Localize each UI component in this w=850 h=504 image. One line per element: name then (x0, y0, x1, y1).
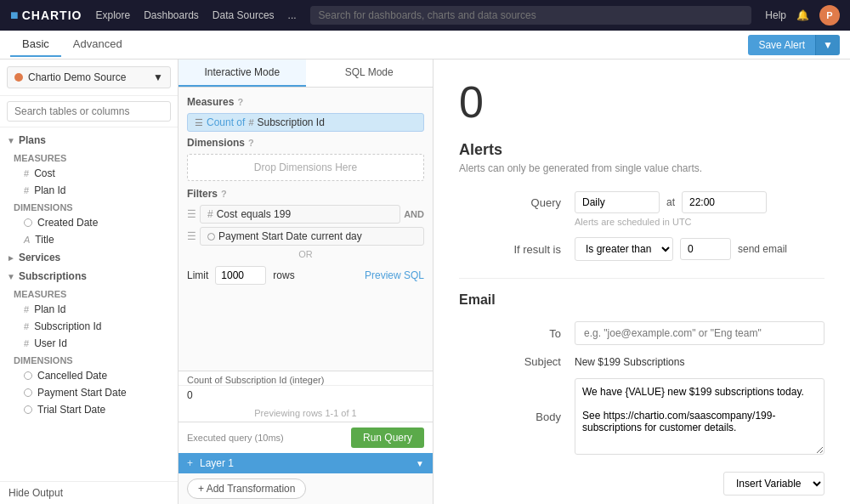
result-area: Count of Subscription Id (integer) 0 Pre… (178, 371, 433, 422)
help-link[interactable]: Help (765, 9, 786, 21)
result-value: 0 (178, 385, 433, 405)
filter-row-1: ☰ # Cost equals 199 AND (187, 205, 424, 224)
layer-add-icon[interactable]: + (187, 457, 193, 469)
list-item[interactable]: #Cost (0, 165, 178, 182)
body-textarea[interactable]: We have {VALUE} new $199 subscriptions t… (575, 378, 824, 455)
item-label: Plan Id (34, 303, 65, 315)
list-item[interactable]: #Plan Id (0, 182, 178, 199)
insert-variable-select[interactable]: Insert Variable (723, 472, 824, 496)
tree-group-plans-header[interactable]: ▼ Plans (0, 131, 178, 150)
divider-1 (459, 278, 824, 279)
tree-area: ▼ Plans Measures #Cost #Plan Id Dimensio… (0, 127, 178, 481)
middle-panel: Interactive Mode SQL Mode Measures ? ☰ C… (178, 59, 434, 504)
save-alert-dropdown[interactable]: ▼ (815, 35, 840, 55)
layer-name: Layer 1 (200, 457, 409, 469)
tree-group-plans: ▼ Plans Measures #Cost #Plan Id Dimensio… (0, 131, 178, 248)
rows-label: rows (273, 269, 294, 281)
list-item[interactable]: #Plan Id (0, 301, 178, 318)
run-query-button[interactable]: Run Query (351, 428, 424, 448)
hash-icon: # (248, 117, 253, 127)
layer-dropdown-arrow[interactable]: ▼ (416, 459, 424, 468)
tab-advanced[interactable]: Advanced (61, 32, 134, 57)
filter-drag-handle[interactable]: ☰ (187, 208, 196, 220)
avatar[interactable]: P (819, 5, 840, 25)
item-label: Payment Start Date (37, 387, 127, 399)
subscriptions-arrow: ▼ (7, 272, 15, 281)
list-item[interactable]: Cancelled Date (0, 367, 178, 384)
tab-sql-mode[interactable]: SQL Mode (306, 59, 434, 87)
query-frequency-select[interactable]: Daily (575, 191, 660, 213)
add-transformation-button[interactable]: + Add Transformation (187, 479, 306, 499)
threshold-input[interactable] (680, 238, 731, 260)
tab-interactive-mode[interactable]: Interactive Mode (178, 59, 306, 87)
measure-field: Subscription Id (258, 116, 325, 128)
dimensions-help-icon[interactable]: ? (248, 138, 254, 148)
source-selector: Chartio Demo Source ▼ (0, 59, 178, 96)
global-search-input[interactable] (310, 6, 752, 25)
nav-dashboards[interactable]: Dashboards (144, 9, 199, 21)
save-alert-button[interactable]: Save Alert (748, 35, 815, 55)
add-transform-area: + Add Transformation (178, 473, 433, 504)
item-label: Title (35, 234, 54, 246)
hash-icon: # (24, 338, 29, 348)
if-result-label: If result is (459, 243, 561, 256)
measure-pill[interactable]: ☰ Count of # Subscription Id (187, 113, 424, 132)
email-form: To Subject New $199 Subscriptions Body W… (459, 321, 824, 455)
hash-icon: # (24, 185, 29, 195)
filters-section: Filters ? ☰ # Cost equals 199 AND ☰ (187, 188, 424, 259)
item-label: Cost (34, 167, 55, 179)
plans-arrow: ▼ (7, 136, 15, 145)
measures-help-icon[interactable]: ? (237, 97, 243, 107)
list-item[interactable]: ATitle (0, 231, 178, 248)
search-tables-input[interactable] (7, 101, 171, 122)
filters-help-icon[interactable]: ? (221, 189, 227, 199)
limit-input[interactable] (215, 266, 266, 285)
item-label: Plan Id (34, 184, 65, 196)
filter-field-1: Cost (217, 208, 238, 220)
right-panel: 0 Alerts Alerts can only be generated fr… (434, 59, 850, 504)
source-name: Chartio Demo Source (28, 71, 126, 83)
circle-icon (24, 218, 32, 227)
if-result-condition-select[interactable]: Is greater than (575, 237, 673, 261)
nav-more[interactable]: ... (288, 9, 297, 21)
filter-condition-1: equals 199 (241, 208, 291, 220)
subject-label: Subject (459, 355, 561, 368)
source-dropdown[interactable]: Chartio Demo Source ▼ (7, 66, 171, 88)
query-time-select[interactable]: 22:00 (682, 191, 767, 213)
source-dropdown-arrow: ▼ (153, 71, 163, 83)
filter-drag-handle[interactable]: ☰ (187, 230, 196, 242)
hide-output-button[interactable]: Hide Output (0, 481, 178, 504)
list-item[interactable]: Created Date (0, 214, 178, 231)
text-icon: A (24, 235, 30, 245)
hash-icon: # (24, 304, 29, 314)
query-label: Query (459, 196, 561, 209)
preview-sql-button[interactable]: Preview SQL (365, 269, 424, 281)
subs-dimensions-label: Dimensions (0, 354, 178, 367)
and-label: AND (404, 209, 424, 219)
tree-group-services-header[interactable]: ► Services (0, 248, 178, 267)
tab-basic[interactable]: Basic (10, 32, 61, 57)
to-label: To (459, 327, 561, 340)
measure-drag-handle: ☰ (195, 117, 203, 128)
list-item[interactable]: Payment Start Date (0, 384, 178, 401)
limit-row: Limit rows Preview SQL (187, 266, 424, 285)
mode-tabs: Interactive Mode SQL Mode (178, 59, 433, 88)
notifications-icon[interactable]: 🔔 (796, 9, 809, 21)
nav-data-sources[interactable]: Data Sources (212, 9, 275, 21)
result-column-header: Count of Subscription Id (integer) (178, 371, 433, 385)
alerts-form: Query Daily at 22:00 Alerts are schedule… (459, 191, 824, 261)
list-item[interactable]: Trial Start Date (0, 401, 178, 418)
tree-group-subscriptions-header[interactable]: ▼ Subscriptions (0, 267, 178, 286)
dimensions-drop-zone[interactable]: Drop Dimensions Here (187, 154, 424, 181)
dimensions-section-label: Dimensions ? (187, 137, 424, 149)
or-divider: OR (187, 249, 424, 259)
nav-explore[interactable]: Explore (95, 9, 130, 21)
measures-section-label: Measures ? (187, 96, 424, 108)
item-label: User Id (34, 337, 67, 349)
body-label: Body (459, 411, 561, 423)
to-input[interactable] (575, 321, 824, 345)
list-item[interactable]: #User Id (0, 335, 178, 352)
filter-pill-2[interactable]: Payment Start Date current day (200, 227, 424, 246)
filter-pill-1[interactable]: # Cost equals 199 (200, 205, 400, 224)
list-item[interactable]: #Subscription Id (0, 318, 178, 335)
